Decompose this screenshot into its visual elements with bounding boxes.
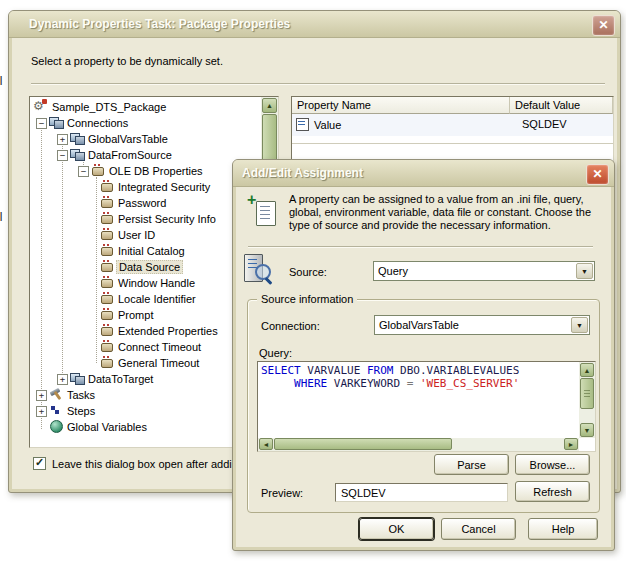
source-dropdown[interactable]: Query ▼ (373, 261, 595, 281)
check-icon: ✓ (35, 456, 44, 469)
oledb-icon (100, 195, 116, 210)
main-dialog-title: Dynamic Properties Task: Package Propert… (29, 17, 290, 31)
tree-item-label: User ID (116, 228, 157, 242)
sql-token: VARKEYWORD (327, 377, 400, 390)
connection-dropdown[interactable]: GlobalVarsTable ▼ (374, 315, 590, 335)
tree-item-label: OLE DB Properties (107, 164, 205, 178)
source-value: Query (378, 264, 408, 278)
tree-row[interactable]: Prompt (30, 307, 261, 323)
list-row[interactable]: ValueSQLDEV (292, 114, 613, 136)
oledb-icon (100, 179, 116, 194)
assignment-dialog-titlebar[interactable]: Add/Edit Assignment (233, 160, 614, 187)
refresh-button[interactable]: Refresh (515, 481, 590, 502)
close-icon[interactable]: ✕ (586, 164, 609, 185)
expand-icon[interactable]: + (36, 406, 47, 417)
query-vscrollbar[interactable]: ▲ ▼ (579, 362, 595, 438)
property-icon (296, 118, 309, 131)
collapse-icon[interactable]: − (36, 118, 47, 129)
tree-row[interactable]: Sample_DTS_Package (30, 99, 261, 115)
server-icon (70, 371, 86, 386)
parse-button[interactable]: Parse (434, 454, 509, 475)
tree-row[interactable]: +Steps (30, 403, 261, 419)
tree-item-label: DataFromSource (86, 148, 174, 162)
tree-row[interactable]: +DataToTarget (30, 371, 261, 387)
query-line: SELECT VARVALUE FROM DBO.VARIABLEVALUES (261, 364, 578, 377)
sql-token: DBO.VARIABLEVALUES (393, 364, 519, 377)
expand-icon[interactable]: + (57, 374, 68, 385)
browse-button[interactable]: Browse... (515, 454, 590, 475)
chevron-down-icon[interactable]: ▼ (571, 317, 588, 333)
query-label: Query: (259, 346, 292, 360)
query-line: WHERE VARKEYWORD = 'WEB_CS_SERVER' (261, 377, 578, 390)
tree-row[interactable]: Initial Catalog (30, 243, 261, 259)
collapse-icon[interactable]: − (78, 166, 89, 177)
main-dialog-titlebar[interactable]: Dynamic Properties Task: Package Propert… (9, 11, 620, 38)
query-text[interactable]: SELECT VARVALUE FROM DBO.VARIABLEVALUES … (261, 364, 578, 390)
oledb-icon (100, 307, 116, 322)
query-editor[interactable]: SELECT VARVALUE FROM DBO.VARIABLEVALUES … (257, 361, 596, 452)
server-icon (49, 115, 65, 130)
tree-row[interactable]: −Connections (30, 115, 261, 131)
tree-row[interactable]: Locale Identifier (30, 291, 261, 307)
tree-row[interactable]: General Timeout (30, 355, 261, 371)
scroll-up-icon[interactable]: ▲ (262, 98, 277, 113)
oledb-icon (100, 243, 116, 258)
collapse-icon[interactable]: − (57, 150, 68, 161)
tree-item-label: Extended Properties (116, 324, 220, 338)
sql-token: 'WEB_CS_SERVER' (420, 377, 519, 390)
tree-item-label: Window Handle (116, 276, 197, 290)
scroll-up-icon[interactable]: ▲ (580, 363, 594, 377)
tree-item-label: Integrated Security (116, 180, 212, 194)
oledb-icon (100, 323, 116, 338)
column-header-property-name[interactable]: Property Name (292, 97, 510, 114)
tree-item-label: Tasks (65, 388, 97, 402)
package-icon (33, 99, 49, 114)
assignment-icon: + (247, 195, 281, 229)
preview-field[interactable]: SQLDEV (335, 483, 508, 502)
source-information-label: Source information (257, 292, 357, 306)
tree-item-label: Password (116, 196, 168, 210)
source-information-group: Source information Connection: GlobalVar… (247, 299, 600, 513)
help-button[interactable]: Help (528, 518, 598, 540)
oledb-icon (91, 163, 107, 178)
tree-row[interactable]: Data Source (30, 259, 261, 275)
tree-row[interactable]: Global Variables (30, 419, 261, 435)
tree-row[interactable]: −DataFromSource (30, 147, 261, 163)
scroll-right-icon[interactable]: ► (564, 438, 578, 450)
tree-row[interactable]: +Tasks (30, 387, 261, 403)
keep-dialog-open-checkbox[interactable]: ✓ (33, 457, 46, 470)
tree-row[interactable]: User ID (30, 227, 261, 243)
close-icon[interactable]: ✕ (592, 15, 615, 36)
ok-button[interactable]: OK (359, 518, 434, 540)
tree-row[interactable]: Extended Properties (30, 323, 261, 339)
tree-row[interactable]: Window Handle (30, 275, 261, 291)
tree-item-label: Connections (65, 116, 130, 130)
tree-row[interactable]: Password (30, 195, 261, 211)
sql-token: WHERE (261, 377, 327, 390)
cancel-button[interactable]: Cancel (441, 518, 516, 540)
tree-item-label: Steps (65, 404, 97, 418)
keep-dialog-open-label: Leave this dialog box open after adding … (52, 457, 253, 471)
query-hscrollbar[interactable]: ◄ ► (258, 438, 579, 451)
tree-item-label: Initial Catalog (116, 244, 187, 258)
assignment-dialog-title: Add/Edit Assignment (242, 166, 363, 180)
scroll-left-icon[interactable]: ◄ (259, 438, 273, 450)
connection-value: GlobalVarsTable (379, 318, 459, 332)
tree-row[interactable]: Integrated Security (30, 179, 261, 195)
separator (31, 83, 605, 85)
connection-label: Connection: (261, 319, 320, 333)
query-vscrollbar-thumb[interactable] (580, 378, 594, 409)
assignment-description: A property can be assigned to a value fr… (289, 193, 601, 232)
tree-item-label: GlobalVarsTable (86, 132, 170, 146)
tree-row[interactable]: Persist Security Info (30, 211, 261, 227)
scroll-down-icon[interactable]: ▼ (580, 423, 594, 437)
server-icon (70, 147, 86, 162)
tree-row[interactable]: +GlobalVarsTable (30, 131, 261, 147)
tree-row[interactable]: −OLE DB Properties (30, 163, 261, 179)
tree-row[interactable]: Connect Timeout (30, 339, 261, 355)
expand-icon[interactable]: + (36, 390, 47, 401)
column-header-default-value[interactable]: Default Value (510, 97, 613, 114)
query-hscrollbar-thumb[interactable] (274, 438, 452, 450)
expand-icon[interactable]: + (57, 134, 68, 145)
chevron-down-icon[interactable]: ▼ (576, 263, 593, 279)
